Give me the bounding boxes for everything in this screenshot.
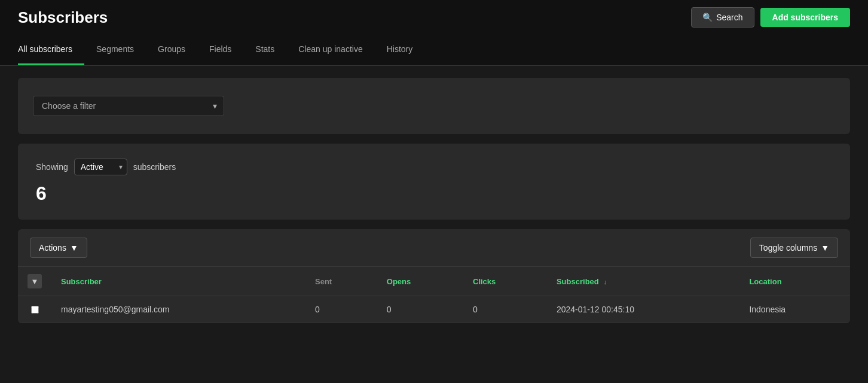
tab-all-subscribers[interactable]: All subscribers [18,35,84,65]
tab-fields[interactable]: Fields [197,35,243,65]
row-email[interactable]: mayartesting050@gmail.com [51,296,305,323]
tab-clean-up-inactive[interactable]: Clean up inactive [286,35,374,65]
tab-stats[interactable]: Stats [243,35,286,65]
status-select-wrapper: Active Inactive All [74,159,127,175]
column-dropdown-button[interactable]: ▼ [27,274,42,288]
row-clicks: 0 [463,296,547,323]
th-opens: Opens [377,267,463,296]
filter-select-wrapper: Choose a filter [33,96,224,116]
subscribers-table: ▼ Subscriber Sent Opens Clicks Subscribe… [18,266,850,323]
sort-icon: ↓ [603,278,607,285]
actions-label: Actions [39,243,66,253]
table-card: Actions ▼ Toggle columns ▼ ▼ Subscriber … [18,229,850,323]
toggle-columns-button[interactable]: Toggle columns ▼ [750,238,838,258]
tab-groups[interactable]: Groups [146,35,197,65]
th-sent: Sent [305,267,377,296]
header-actions: 🔍 Search Add subscribers [691,7,850,28]
add-subscribers-button[interactable]: Add subscribers [760,8,850,27]
row-opens: 0 [377,296,463,323]
tab-segments[interactable]: Segments [84,35,146,65]
toggle-columns-label: Toggle columns [759,243,817,253]
toggle-columns-chevron-icon: ▼ [821,243,829,253]
main-content: Choose a filter Showing Active Inactive … [0,66,868,335]
nav-tabs: All subscribers Segments Groups Fields S… [0,35,868,66]
status-select[interactable]: Active Inactive All [74,159,127,175]
actions-chevron-icon: ▼ [70,243,78,253]
tab-history[interactable]: History [375,35,425,65]
count-card: Showing Active Inactive All subscribers … [18,144,850,220]
header: Subscribers 🔍 Search Add subscribers [0,0,868,35]
search-button[interactable]: 🔍 Search [691,7,754,28]
filter-select[interactable]: Choose a filter [33,96,224,116]
row-checkbox[interactable] [31,306,39,314]
actions-button[interactable]: Actions ▼ [30,238,87,258]
search-icon: 🔍 [702,13,713,22]
th-clicks: Clicks [463,267,547,296]
table-toolbar: Actions ▼ Toggle columns ▼ [18,229,850,266]
subscribers-label: subscribers [133,162,176,172]
th-subscribed: Subscribed ↓ [547,267,739,296]
row-location: Indonesia [739,296,850,323]
row-checkbox-cell [18,296,51,323]
page-title: Subscribers [18,8,108,27]
th-checkbox: ▼ [18,267,51,296]
showing-label: Showing [36,162,68,172]
filter-card: Choose a filter [18,78,850,134]
row-subscribed: 2024-01-12 00:45:10 [547,296,739,323]
th-location: Location [739,267,850,296]
showing-row: Showing Active Inactive All subscribers [36,159,832,175]
subscribers-count: 6 [36,183,832,205]
table-row: mayartesting050@gmail.com 0 0 0 2024-01-… [18,296,850,323]
row-sent: 0 [305,296,377,323]
th-subscriber: Subscriber [51,267,305,296]
